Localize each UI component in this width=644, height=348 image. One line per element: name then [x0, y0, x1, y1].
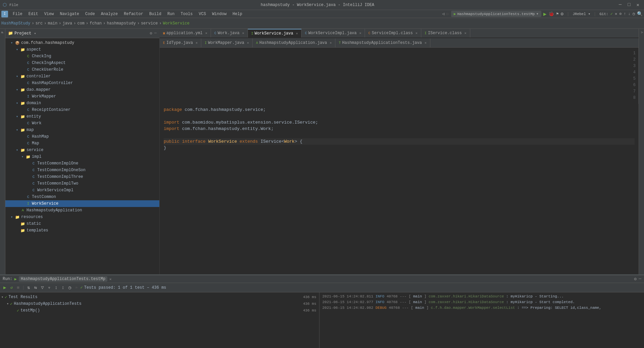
test-result-class[interactable]: ▾ ✓ HashmapstudyApplicationTests 436 ms [0, 300, 319, 307]
tab-workmapper[interactable]: I WorkMapper.java ✕ [201, 39, 253, 47]
tree-item-resources[interactable]: ▾ 📁 resources [5, 214, 159, 220]
git-history-button[interactable]: ◷ [633, 11, 635, 16]
breadcrumb-project[interactable]: HashMapStudy [1, 21, 30, 26]
run-filter2-button[interactable]: ▿ [47, 284, 52, 291]
run-rerun-button[interactable]: ↺ [9, 284, 14, 291]
menu-build[interactable]: Build [147, 11, 164, 17]
tree-item-daomapper[interactable]: ▾ 📁 dao.mapper [5, 86, 159, 93]
breadcrumb-hashmapstudy[interactable]: hashmapstudy [107, 21, 136, 26]
tree-item-workservice[interactable]: ▸ I WorkService [5, 200, 159, 207]
coverage-button[interactable]: ⚑ [556, 11, 558, 16]
tab-close-hsa[interactable]: ✕ [330, 41, 332, 45]
breadcrumb-com[interactable]: com [77, 21, 85, 26]
code-content[interactable]: package com.fchan.hashmapstudy.service; … [160, 104, 639, 274]
tree-item-controller[interactable]: ▾ 📁 controller [5, 73, 159, 80]
tab-close-idtype[interactable]: ✕ [196, 41, 198, 45]
git-branch-button[interactable]: ⊙ [619, 11, 622, 16]
close-button[interactable]: ✕ [635, 2, 641, 8]
tab-application-yml[interactable]: ▣ application.yml ✕ [160, 29, 211, 38]
run-config-label[interactable]: HashmapstudyApplicationTests.testMp [457, 12, 535, 16]
tab-idtype[interactable]: E IdType.java ✕ [160, 39, 201, 47]
breadcrumb-main[interactable]: main [48, 21, 57, 26]
run-expand-button[interactable]: ↕ [53, 284, 59, 291]
run-play-button[interactable]: ▶ [2, 284, 7, 291]
breadcrumb-src[interactable]: src [36, 21, 43, 26]
tab-close-workservice[interactable]: ✕ [296, 31, 298, 36]
tree-item-mapclass[interactable]: ▸ C Map [5, 140, 159, 147]
project-collapse-icon[interactable]: ─ [154, 31, 157, 36]
breadcrumb-fchan[interactable]: fchan [90, 21, 102, 26]
tab-workserviceimpl[interactable]: C WorkServiceImpl.java ✕ [302, 29, 365, 38]
run-collapse-button[interactable]: ↕ [60, 284, 65, 291]
tree-item-testcommonimplone[interactable]: ▸ C TestCommonImplOne [5, 160, 159, 167]
tab-close-si[interactable]: ✕ [416, 31, 418, 35]
tab-close-wm[interactable]: ✕ [247, 41, 249, 45]
tree-item-receiptcontainer[interactable]: ▸ C ReceiptContainer [5, 107, 159, 113]
menu-code[interactable]: Code [83, 11, 98, 17]
menu-file[interactable]: File [10, 11, 25, 17]
menu-navigate[interactable]: Navigate [57, 11, 82, 17]
ant-icon[interactable]: A [640, 31, 643, 33]
tab-close-is[interactable]: ✕ [465, 31, 467, 35]
menu-window[interactable]: Window [209, 11, 229, 17]
git-x-button[interactable]: ✕ [615, 11, 617, 16]
menu-refactor[interactable]: Refactor [121, 11, 146, 17]
tree-item-work[interactable]: ▸ C Work [5, 120, 159, 127]
breadcrumb-java[interactable]: java [62, 21, 72, 26]
tree-item-workmapper[interactable]: ▸ I WorkMapper [5, 93, 159, 100]
search-everywhere-button[interactable]: 🔍 [637, 11, 643, 17]
run-filter-button[interactable]: ▽ [40, 284, 45, 291]
git-check-button[interactable]: ✓ [610, 11, 613, 16]
tree-item-hashmapcontroller[interactable]: ▸ C HashMapController [5, 80, 159, 86]
run-button[interactable]: ▶ [543, 11, 547, 17]
tree-item-testcommonimpltwo[interactable]: ▸ C TestCommonImplTwo [5, 180, 159, 187]
run-sort2-button[interactable]: ⇆ [33, 284, 38, 291]
nav-forward-button[interactable]: ▷ [447, 11, 449, 16]
tree-item-impl[interactable]: ▾ 📁 impl [5, 153, 159, 160]
tree-item-checkuserrole[interactable]: ▸ C CheckUserRole [5, 66, 159, 73]
tab-hashmapstudyapp[interactable]: A HashmapstudyApplication.java ✕ [253, 39, 335, 47]
test-result-method[interactable]: ▸ ✓ testMp() 436 ms [0, 307, 319, 314]
debug-button[interactable]: 🐞 [548, 11, 554, 17]
menu-vcs[interactable]: VCS [196, 11, 209, 17]
run-sort-button[interactable]: ⇅ [26, 284, 31, 291]
menu-help[interactable]: Help [230, 11, 245, 17]
tree-item-templates[interactable]: ▸ 📁 templates [5, 227, 159, 234]
project-gear-icon[interactable]: ⚙ [150, 31, 152, 36]
run-config-dropdown[interactable]: ▾ [536, 11, 538, 16]
tree-item-testcommonimplthree[interactable]: ▸ C TestCommonImplThree [5, 173, 159, 180]
run-tab-close[interactable]: ✕ [109, 277, 112, 281]
run-minimize-icon[interactable]: ─ [639, 276, 641, 282]
menu-analyze[interactable]: Analyze [98, 11, 120, 17]
tree-item-root[interactable]: ▾ 📦 com.fchan.hashmapstudy [5, 40, 159, 46]
tree-item-hashmap[interactable]: ▸ C HashMap [5, 133, 159, 140]
tab-close-wsi[interactable]: ✕ [359, 31, 361, 35]
git-push-button[interactable]: ↓ [628, 12, 631, 16]
tree-item-service[interactable]: ▾ 📁 service [5, 147, 159, 153]
settings-button[interactable]: ⚙ [561, 11, 564, 17]
code-editor[interactable]: 1 2 3 4 5 6 ◉ 7 8 package com.fchan.hash… [160, 48, 639, 274]
tab-close-work[interactable]: ✕ [242, 31, 244, 35]
breadcrumb-service[interactable]: service [141, 21, 158, 26]
tab-iservice-class[interactable]: I IService.class ✕ [421, 29, 470, 38]
tab-workservice-java[interactable]: I WorkService.java ✕ [248, 29, 302, 38]
menu-tools[interactable]: Tools [178, 11, 196, 17]
maximize-button[interactable]: □ [626, 2, 632, 8]
tree-item-checking[interactable]: ▸ C CheckIng [5, 53, 159, 60]
git-update-button[interactable]: ↑ [624, 12, 626, 16]
tree-item-checkingaspect[interactable]: ▸ C CheckIngAspect [5, 60, 159, 66]
nav-back-button[interactable]: ◁ [442, 11, 444, 16]
tab-serviceimpl-class[interactable]: C ServiceImpl.class ✕ [365, 29, 421, 38]
tab-hashmapstudyapptests[interactable]: T HashmapstudyApplicationTests.java ✕ [335, 39, 430, 47]
minimize-button[interactable]: ─ [617, 2, 624, 8]
tab-close-hsat[interactable]: ✕ [425, 41, 427, 45]
tree-item-entity[interactable]: ▾ 📁 entity [5, 113, 159, 120]
run-clock-button[interactable]: ◷ [67, 284, 72, 291]
tree-item-static[interactable]: ▸ 📁 static [5, 220, 159, 227]
tree-item-domain[interactable]: ▾ 📁 domain [5, 100, 159, 107]
tree-item-map[interactable]: ▾ 📁 map [5, 127, 159, 133]
tree-item-aspect[interactable]: ▾ 📁 aspect [5, 46, 159, 53]
menu-run[interactable]: Run [165, 11, 177, 17]
breadcrumb-workservice[interactable]: WorkService [163, 21, 190, 26]
tree-item-testcommonimploneson[interactable]: ▸ C TestCommonImplOneSon [5, 167, 159, 173]
